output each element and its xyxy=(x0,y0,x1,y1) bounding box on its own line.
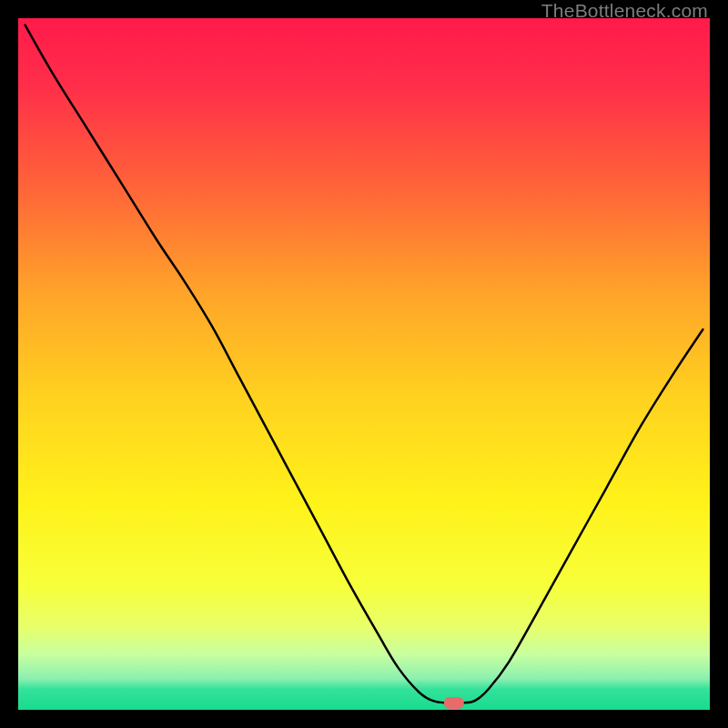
gradient-background xyxy=(18,18,710,710)
chart-container: TheBottleneck.com xyxy=(0,0,728,728)
plot-area xyxy=(18,18,710,710)
chart-svg xyxy=(18,18,710,710)
optimal-marker xyxy=(444,697,464,709)
watermark-text: TheBottleneck.com xyxy=(541,0,708,22)
